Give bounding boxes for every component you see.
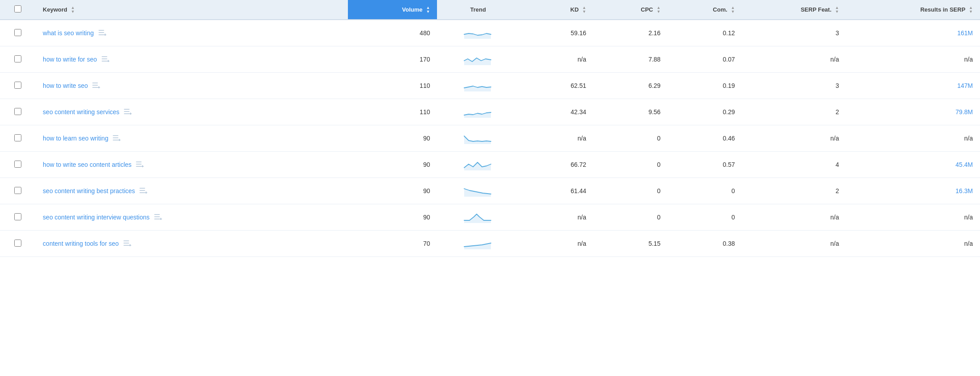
sparkline-chart [463,184,493,198]
trend-header-label: Trend [470,6,486,13]
keyword-link[interactable]: what is seo writing [43,29,94,37]
row-checkbox-cell [0,178,36,204]
kd-cell: 61.44 [519,178,593,204]
keyword-table-container: Keyword ▲ ▼ Volume ▲ ▼ [0,0,980,257]
results-in-serp-cell[interactable]: 45.4M [846,152,980,178]
row-checkbox[interactable] [14,108,21,115]
row-checkbox-cell [0,20,36,46]
keyword-link[interactable]: seo content writing services [43,108,119,116]
volume-cell: 480 [348,20,437,46]
filter-icon[interactable] [123,240,131,248]
trend-cell [437,178,519,204]
header-volume[interactable]: Volume ▲ ▼ [348,0,437,20]
header-checkbox-col[interactable] [0,0,36,20]
keyword-link[interactable]: how to write for seo [43,56,97,63]
trend-cell [437,204,519,231]
sort-down-icon: ▼ [582,10,586,14]
row-checkbox[interactable] [14,187,21,194]
volume-sort-arrows: ▲ ▼ [426,6,430,14]
cpc-cell: 9.56 [593,99,668,125]
trend-cell [437,73,519,99]
header-keyword[interactable]: Keyword ▲ ▼ [36,0,348,20]
volume-cell: 110 [348,73,437,99]
row-checkbox[interactable] [14,134,21,141]
results-in-serp-cell[interactable]: 161M [846,20,980,46]
volume-header-label: Volume [402,6,423,13]
kd-cell: n/a [519,125,593,152]
table-row: what is seo writing 480 [0,20,980,46]
results-in-serp-cell: n/a [846,46,980,73]
row-checkbox[interactable] [14,240,21,247]
kd-cell: 66.72 [519,152,593,178]
table-row: how to write for seo 170 [0,46,980,73]
sparkline-chart [463,26,493,40]
volume-cell: 90 [348,178,437,204]
com-cell: 0 [668,178,742,204]
kd-cell: n/a [519,204,593,231]
sort-down-icon: ▼ [71,10,75,14]
row-checkbox[interactable] [14,29,21,36]
results-in-serp-cell: n/a [846,125,980,152]
results-in-serp-cell[interactable]: 79.8M [846,99,980,125]
keyword-cell: how to write seo [36,73,348,99]
com-cell: 0.19 [668,73,742,99]
row-checkbox-cell [0,204,36,231]
sparkline-chart [463,211,493,224]
filter-icon[interactable] [92,82,100,90]
filter-icon[interactable] [136,161,144,169]
volume-cell: 90 [348,204,437,231]
row-checkbox[interactable] [14,161,21,168]
sort-down-icon: ▼ [426,10,430,14]
keyword-link[interactable]: how to learn seo writing [43,135,108,142]
keyword-link[interactable]: seo content writing interview questions [43,214,150,221]
filter-icon[interactable] [124,108,132,116]
keyword-cell: seo content writing interview questions [36,204,348,231]
results-header-label: Results in SERP [920,6,965,13]
table-row: how to write seo content articles 90 [0,152,980,178]
keyword-table: Keyword ▲ ▼ Volume ▲ ▼ [0,0,980,257]
select-all-checkbox[interactable] [14,5,21,12]
header-kd[interactable]: KD ▲ ▼ [519,0,593,20]
row-checkbox[interactable] [14,82,21,89]
keyword-sort-arrows: ▲ ▼ [71,6,75,14]
header-serp-feat[interactable]: SERP Feat. ▲ ▼ [742,0,846,20]
header-cpc[interactable]: CPC ▲ ▼ [593,0,668,20]
kd-cell: n/a [519,231,593,257]
serp-feat-cell: n/a [742,204,846,231]
keyword-cell: how to write for seo [36,46,348,73]
table-row: content writing tools for seo 70 [0,231,980,257]
trend-cell [437,20,519,46]
sort-down-icon: ▼ [657,10,661,14]
serp-sort-arrows: ▲ ▼ [835,6,839,14]
keyword-cell: seo content writing services [36,99,348,125]
sort-down-icon: ▼ [835,10,839,14]
keyword-link[interactable]: content writing tools for seo [43,240,118,247]
filter-icon[interactable] [98,29,106,37]
results-in-serp-cell[interactable]: 147M [846,73,980,99]
serp-feat-cell: n/a [742,125,846,152]
row-checkbox[interactable] [14,213,21,220]
row-checkbox[interactable] [14,55,21,62]
serp-feat-cell: 2 [742,178,846,204]
row-checkbox-cell [0,73,36,99]
kd-cell: 42.34 [519,99,593,125]
table-row: seo content writing best practices 90 [0,178,980,204]
header-trend: Trend [437,0,519,20]
filter-icon[interactable] [139,187,147,195]
kd-header-label: KD [570,6,579,13]
filter-icon[interactable] [102,56,110,63]
results-in-serp-cell[interactable]: 16.3M [846,178,980,204]
filter-icon[interactable] [113,135,121,142]
trend-cell [437,46,519,73]
keyword-link[interactable]: how to write seo content articles [43,161,131,168]
header-results-in-serp[interactable]: Results in SERP ▲ ▼ [846,0,980,20]
com-sort-arrows: ▲ ▼ [731,6,735,14]
serp-feat-cell: 2 [742,99,846,125]
header-com[interactable]: Com. ▲ ▼ [668,0,742,20]
cpc-cell: 0 [593,125,668,152]
keyword-link[interactable]: seo content writing best practices [43,187,135,194]
keyword-link[interactable]: how to write seo [43,82,88,89]
trend-cell [437,231,519,257]
filter-icon[interactable] [154,214,162,221]
kd-cell: 62.51 [519,73,593,99]
